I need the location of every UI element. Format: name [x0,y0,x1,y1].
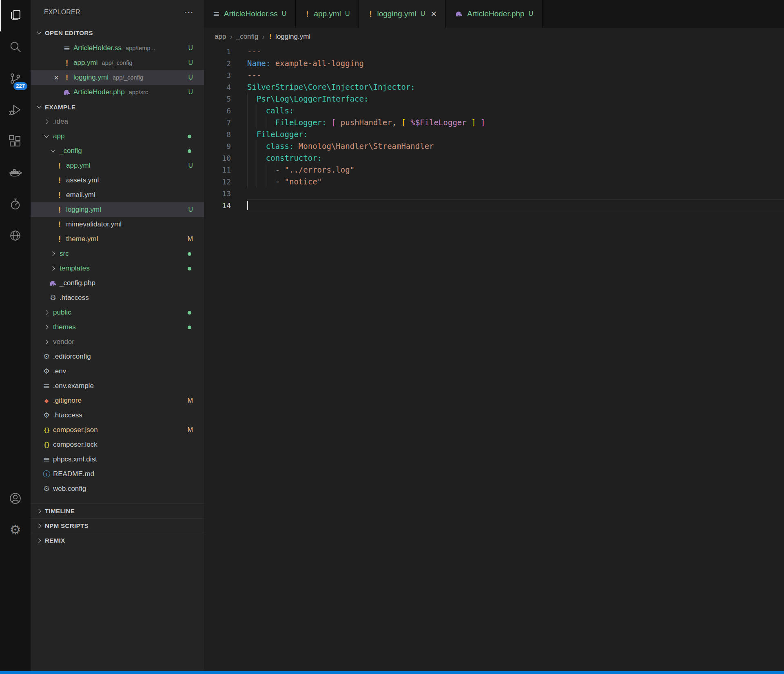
tab-logging-yml[interactable]: !logging.ymlU× [359,0,446,28]
code-text[interactable]: Psr\Log\LoggerInterface: [247,93,784,105]
tree-item-web-config[interactable]: ⚙web.config [31,481,204,496]
more-actions-icon[interactable]: ⋯ [184,8,193,17]
close-icon[interactable]: × [431,9,436,19]
tree-item-mimevalidator-yml[interactable]: !mimevalidator.yml [31,217,204,232]
activity-extensions[interactable] [0,126,31,157]
code-text[interactable]: Name: example-all-logging [247,58,784,69]
section-remix[interactable]: REMIX [31,533,204,548]
code-text[interactable] [247,188,784,200]
open-editors-header[interactable]: OPEN EDITORS [31,24,204,41]
code-text[interactable]: --- [247,46,784,58]
activity-run-debug[interactable] [0,94,31,126]
line-number[interactable]: 3 [204,69,247,81]
code-line-13[interactable]: 13 [204,188,784,200]
tree-item-env-example[interactable]: ≡.env.example [31,379,204,393]
line-number[interactable]: 8 [204,129,247,140]
tree-item-app-yml[interactable]: !app.ymlU [31,158,204,173]
line-number[interactable]: 10 [204,152,247,164]
code-editor[interactable]: 1---2Name: example-all-logging3---4Silve… [204,46,784,671]
breadcrumb-app[interactable]: app [215,33,226,41]
project-section-header[interactable]: EXAMPLE [31,100,204,114]
code-text[interactable]: --- [247,69,784,81]
close-icon[interactable]: × [51,72,62,83]
code-line-14[interactable]: 14 [204,200,784,211]
tree-item-src[interactable]: src [31,246,204,261]
code-text[interactable]: FileLogger: [247,129,784,140]
tree-item-editorconfig[interactable]: ⚙.editorconfig [31,349,204,364]
code-text[interactable]: FileLogger: [ pushHandler, [ %$FileLogge… [247,117,784,129]
tree-item-app[interactable]: app [31,129,204,144]
tree-item-composer-lock[interactable]: {}composer.lock [31,437,204,452]
activity-source-control[interactable]: 227 [0,63,31,94]
line-number[interactable]: 13 [204,188,247,200]
tree-item-assets-yml[interactable]: !assets.yml [31,173,204,188]
code-line-8[interactable]: 8FileLogger: [204,129,784,140]
open-editor-articlehoder-php[interactable]: ArticleHoder.phpapp/srcU [31,85,204,100]
line-number[interactable]: 12 [204,176,247,188]
code-text[interactable]: calls: [247,105,784,117]
code-text[interactable]: constructor: [247,152,784,164]
activity-search[interactable] [0,31,31,63]
section-npm-scripts[interactable]: NPM SCRIPTS [31,518,204,533]
tree-item-vendor[interactable]: vendor [31,335,204,349]
tree-item-templates[interactable]: templates [31,261,204,276]
tree-item-config-php[interactable]: _config.php [31,276,204,290]
code-line-5[interactable]: 5Psr\Log\LoggerInterface: [204,93,784,105]
code-line-1[interactable]: 1--- [204,46,784,58]
line-number[interactable]: 7 [204,117,247,129]
open-editor-logging-yml[interactable]: ×!logging.ymlapp/_configU [31,70,204,85]
line-number[interactable]: 14 [204,200,247,211]
line-number[interactable]: 5 [204,93,247,105]
tree-item-config[interactable]: _config [31,144,204,158]
code-text[interactable]: - "notice" [247,176,784,188]
breadcrumb-logging-yml[interactable]: !logging.yml [268,33,310,41]
tree-item-theme-yml[interactable]: !theme.ymlM [31,232,204,246]
tab-articlehoder-php[interactable]: ArticleHoder.phpU [446,0,543,28]
activity-explorer[interactable] [0,0,31,31]
code-line-12[interactable]: 12- "notice" [204,176,784,188]
code-line-10[interactable]: 10constructor: [204,152,784,164]
activity-gauge[interactable] [0,188,31,220]
section-timeline[interactable]: TIMELINE [31,503,204,518]
tree-item-phpcs-xml-dist[interactable]: ≡phpcs.xml.dist [31,452,204,467]
activity-web[interactable] [0,220,31,251]
code-line-2[interactable]: 2Name: example-all-logging [204,58,784,69]
code-text[interactable]: - "../errors.log" [247,164,784,176]
tree-item-gitignore[interactable]: ◆.gitignoreM [31,393,204,408]
tree-item-htaccess[interactable]: ⚙.htaccess [31,290,204,305]
activity-docker[interactable] [0,157,31,188]
tab-app-yml[interactable]: !app.ymlU [296,0,359,28]
code-line-11[interactable]: 11- "../errors.log" [204,164,784,176]
open-editor-app-yml[interactable]: !app.ymlapp/_configU [31,55,204,70]
tree-item-composer-json[interactable]: {}composer.jsonM [31,423,204,437]
tree-item-public[interactable]: public [31,305,204,320]
tree-item-email-yml[interactable]: !email.yml [31,188,204,202]
tab-articleholder-ss[interactable]: ≡ArticleHolder.ssU [204,0,296,28]
open-editor-articleholder-ss[interactable]: ≡ArticleHolder.ssapp/temp...U [31,41,204,55]
tree-item-readme-md[interactable]: ⓘREADME.md [31,467,204,481]
folder-name: themes [53,323,76,331]
code-line-9[interactable]: 9class: Monolog\Handler\StreamHandler [204,140,784,152]
activity-account[interactable] [0,483,31,514]
tree-item-htaccess[interactable]: ⚙.htaccess [31,408,204,423]
code-text[interactable]: class: Monolog\Handler\StreamHandler [247,140,784,152]
line-number[interactable]: 9 [204,140,247,152]
line-number[interactable]: 2 [204,58,247,69]
code-text[interactable]: SilverStripe\Core\Injector\Injector: [247,81,784,93]
tree-item-themes[interactable]: themes [31,320,204,335]
tree-item-env[interactable]: ⚙.env [31,364,204,379]
tree-item-logging-yml[interactable]: !logging.ymlU [31,202,204,217]
code-line-6[interactable]: 6calls: [204,105,784,117]
activity-settings[interactable]: ⚙ [0,514,31,545]
tree-item-idea[interactable]: .idea [31,114,204,129]
code-line-7[interactable]: 7FileLogger: [ pushHandler, [ %$FileLogg… [204,117,784,129]
line-number[interactable]: 6 [204,105,247,117]
code-line-3[interactable]: 3--- [204,69,784,81]
line-number[interactable]: 11 [204,164,247,176]
line-number[interactable]: 4 [204,81,247,93]
code-text[interactable] [247,200,784,211]
status-bar[interactable] [0,671,784,674]
breadcrumb-config[interactable]: _config [236,33,259,41]
line-number[interactable]: 1 [204,46,247,58]
code-line-4[interactable]: 4SilverStripe\Core\Injector\Injector: [204,81,784,93]
